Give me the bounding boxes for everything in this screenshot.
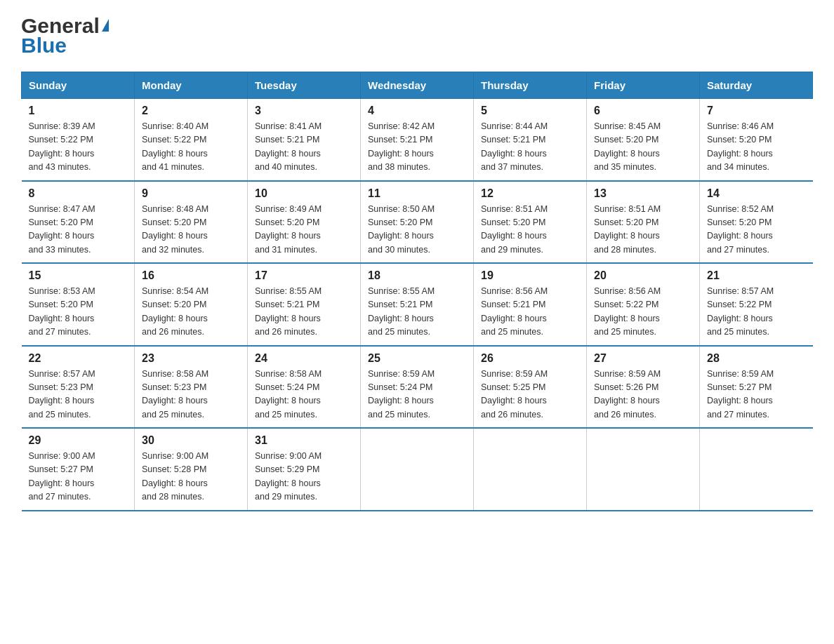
header-cell-saturday: Saturday: [700, 72, 813, 99]
day-cell: 13 Sunrise: 8:51 AMSunset: 5:20 PMDaylig…: [587, 181, 700, 264]
day-info: Sunrise: 8:56 AMSunset: 5:21 PMDaylight:…: [481, 285, 579, 340]
day-cell: 2 Sunrise: 8:40 AMSunset: 5:22 PMDayligh…: [135, 99, 248, 181]
day-number: 11: [368, 187, 466, 200]
header-cell-tuesday: Tuesday: [248, 72, 361, 99]
day-info: Sunrise: 8:59 AMSunset: 5:27 PMDaylight:…: [707, 368, 806, 422]
day-info: Sunrise: 8:49 AMSunset: 5:20 PMDaylight:…: [255, 203, 353, 257]
day-info: Sunrise: 9:00 AMSunset: 5:27 PMDaylight:…: [29, 450, 128, 504]
day-cell: 1 Sunrise: 8:39 AMSunset: 5:22 PMDayligh…: [22, 99, 135, 181]
day-number: 12: [481, 187, 579, 200]
day-info: Sunrise: 8:59 AMSunset: 5:25 PMDaylight:…: [481, 368, 579, 422]
day-cell: 11 Sunrise: 8:50 AMSunset: 5:20 PMDaylig…: [361, 181, 474, 264]
day-info: Sunrise: 9:00 AMSunset: 5:29 PMDaylight:…: [255, 450, 353, 504]
day-number: 25: [368, 352, 466, 365]
day-number: 15: [29, 269, 128, 282]
day-number: 26: [481, 352, 579, 365]
day-info: Sunrise: 8:41 AMSunset: 5:21 PMDaylight:…: [255, 120, 353, 175]
day-number: 8: [29, 187, 128, 200]
calendar-body: 1 Sunrise: 8:39 AMSunset: 5:22 PMDayligh…: [22, 99, 813, 511]
week-row-1: 1 Sunrise: 8:39 AMSunset: 5:22 PMDayligh…: [22, 99, 813, 181]
day-info: Sunrise: 8:44 AMSunset: 5:21 PMDaylight:…: [481, 120, 579, 175]
week-row-5: 29 Sunrise: 9:00 AMSunset: 5:27 PMDaylig…: [22, 428, 813, 511]
calendar-header: SundayMondayTuesdayWednesdayThursdayFrid…: [22, 72, 813, 99]
day-number: 13: [594, 187, 692, 200]
day-number: 24: [255, 352, 353, 365]
day-info: Sunrise: 8:40 AMSunset: 5:22 PMDaylight:…: [142, 120, 240, 175]
day-info: Sunrise: 8:51 AMSunset: 5:20 PMDaylight:…: [481, 203, 579, 257]
day-cell: 22 Sunrise: 8:57 AMSunset: 5:23 PMDaylig…: [22, 346, 135, 429]
day-info: Sunrise: 8:54 AMSunset: 5:20 PMDaylight:…: [142, 285, 240, 340]
day-number: 16: [142, 269, 240, 282]
day-cell: 26 Sunrise: 8:59 AMSunset: 5:25 PMDaylig…: [474, 346, 587, 429]
day-number: 30: [142, 434, 240, 447]
day-cell: 16 Sunrise: 8:54 AMSunset: 5:20 PMDaylig…: [135, 263, 248, 346]
day-info: Sunrise: 8:57 AMSunset: 5:22 PMDaylight:…: [707, 285, 806, 340]
day-number: 22: [29, 352, 128, 365]
day-number: 29: [29, 434, 128, 447]
day-cell: 31 Sunrise: 9:00 AMSunset: 5:29 PMDaylig…: [248, 428, 361, 511]
header-cell-friday: Friday: [587, 72, 700, 99]
day-info: Sunrise: 8:59 AMSunset: 5:26 PMDaylight:…: [594, 368, 692, 422]
day-cell: 8 Sunrise: 8:47 AMSunset: 5:20 PMDayligh…: [22, 181, 135, 264]
day-number: 5: [481, 105, 579, 117]
header-cell-thursday: Thursday: [474, 72, 587, 99]
day-cell: 29 Sunrise: 9:00 AMSunset: 5:27 PMDaylig…: [22, 428, 135, 511]
day-info: Sunrise: 8:42 AMSunset: 5:21 PMDaylight:…: [368, 120, 466, 175]
day-info: Sunrise: 8:52 AMSunset: 5:20 PMDaylight:…: [707, 203, 806, 257]
day-info: Sunrise: 9:00 AMSunset: 5:28 PMDaylight:…: [142, 450, 240, 504]
day-cell: 9 Sunrise: 8:48 AMSunset: 5:20 PMDayligh…: [135, 181, 248, 264]
day-number: 31: [255, 434, 353, 447]
header-cell-wednesday: Wednesday: [361, 72, 474, 99]
week-row-2: 8 Sunrise: 8:47 AMSunset: 5:20 PMDayligh…: [22, 181, 813, 264]
day-number: 14: [707, 187, 806, 200]
day-cell: 23 Sunrise: 8:58 AMSunset: 5:23 PMDaylig…: [135, 346, 248, 429]
day-info: Sunrise: 8:55 AMSunset: 5:21 PMDaylight:…: [255, 285, 353, 340]
day-info: Sunrise: 8:53 AMSunset: 5:20 PMDaylight:…: [29, 285, 128, 340]
day-cell: 15 Sunrise: 8:53 AMSunset: 5:20 PMDaylig…: [22, 263, 135, 346]
day-number: 18: [368, 269, 466, 282]
day-cell: 27 Sunrise: 8:59 AMSunset: 5:26 PMDaylig…: [587, 346, 700, 429]
day-info: Sunrise: 8:46 AMSunset: 5:20 PMDaylight:…: [707, 120, 806, 175]
day-info: Sunrise: 8:48 AMSunset: 5:20 PMDaylight:…: [142, 203, 240, 257]
day-cell: 7 Sunrise: 8:46 AMSunset: 5:20 PMDayligh…: [700, 99, 813, 181]
logo: General Blue: [21, 14, 109, 58]
day-number: 23: [142, 352, 240, 365]
day-info: Sunrise: 8:50 AMSunset: 5:20 PMDaylight:…: [368, 203, 466, 257]
day-cell: 28 Sunrise: 8:59 AMSunset: 5:27 PMDaylig…: [700, 346, 813, 429]
day-cell: 10 Sunrise: 8:49 AMSunset: 5:20 PMDaylig…: [248, 181, 361, 264]
day-cell: 3 Sunrise: 8:41 AMSunset: 5:21 PMDayligh…: [248, 99, 361, 181]
day-cell: 14 Sunrise: 8:52 AMSunset: 5:20 PMDaylig…: [700, 181, 813, 264]
day-number: 3: [255, 105, 353, 117]
header-cell-sunday: Sunday: [22, 72, 135, 99]
day-number: 20: [594, 269, 692, 282]
day-number: 2: [142, 105, 240, 117]
day-cell: [700, 428, 813, 511]
day-cell: 6 Sunrise: 8:45 AMSunset: 5:20 PMDayligh…: [587, 99, 700, 181]
day-cell: 24 Sunrise: 8:58 AMSunset: 5:24 PMDaylig…: [248, 346, 361, 429]
day-cell: 25 Sunrise: 8:59 AMSunset: 5:24 PMDaylig…: [361, 346, 474, 429]
day-info: Sunrise: 8:58 AMSunset: 5:23 PMDaylight:…: [142, 368, 240, 422]
day-info: Sunrise: 8:47 AMSunset: 5:20 PMDaylight:…: [29, 203, 128, 257]
day-info: Sunrise: 8:39 AMSunset: 5:22 PMDaylight:…: [29, 120, 128, 175]
header-cell-monday: Monday: [135, 72, 248, 99]
day-cell: 17 Sunrise: 8:55 AMSunset: 5:21 PMDaylig…: [248, 263, 361, 346]
day-number: 28: [707, 352, 806, 365]
day-number: 21: [707, 269, 806, 282]
day-number: 4: [368, 105, 466, 117]
week-row-3: 15 Sunrise: 8:53 AMSunset: 5:20 PMDaylig…: [22, 263, 813, 346]
day-info: Sunrise: 8:59 AMSunset: 5:24 PMDaylight:…: [368, 368, 466, 422]
day-number: 10: [255, 187, 353, 200]
week-row-4: 22 Sunrise: 8:57 AMSunset: 5:23 PMDaylig…: [22, 346, 813, 429]
day-info: Sunrise: 8:58 AMSunset: 5:24 PMDaylight:…: [255, 368, 353, 422]
day-info: Sunrise: 8:45 AMSunset: 5:20 PMDaylight:…: [594, 120, 692, 175]
header-row: SundayMondayTuesdayWednesdayThursdayFrid…: [22, 72, 813, 99]
day-number: 17: [255, 269, 353, 282]
logo-blue-text: Blue: [21, 34, 67, 58]
day-cell: 5 Sunrise: 8:44 AMSunset: 5:21 PMDayligh…: [474, 99, 587, 181]
day-info: Sunrise: 8:56 AMSunset: 5:22 PMDaylight:…: [594, 285, 692, 340]
day-info: Sunrise: 8:55 AMSunset: 5:21 PMDaylight:…: [368, 285, 466, 340]
day-info: Sunrise: 8:57 AMSunset: 5:23 PMDaylight:…: [29, 368, 128, 422]
logo-triangle-icon: [102, 19, 109, 32]
day-number: 6: [594, 105, 692, 117]
day-cell: 4 Sunrise: 8:42 AMSunset: 5:21 PMDayligh…: [361, 99, 474, 181]
